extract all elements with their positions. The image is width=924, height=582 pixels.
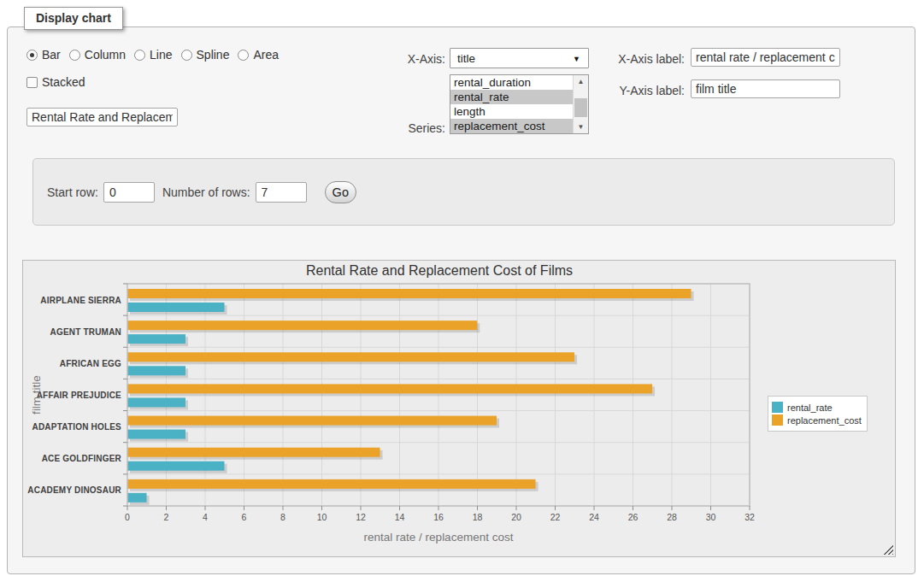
scroll-down-icon[interactable]: ▼	[574, 121, 588, 133]
legend-swatch	[772, 414, 783, 426]
chart-container: Rental Rate and Replacement Cost of Film…	[22, 260, 896, 557]
x-axis-label-input[interactable]	[691, 48, 840, 67]
radio-icon[interactable]	[134, 50, 145, 61]
legend-item-rental_rate: rental_rate	[772, 402, 862, 413]
svg-text:AGENT TRUMAN: AGENT TRUMAN	[50, 327, 121, 337]
series-label: Series:	[377, 121, 445, 135]
number-of-rows-label: Number of rows:	[162, 185, 250, 199]
svg-text:AIRPLANE SIERRA: AIRPLANE SIERRA	[40, 296, 121, 305]
y-axis-label-input[interactable]	[691, 79, 840, 98]
radio-label: Column	[85, 48, 126, 62]
svg-text:film title: film title	[30, 375, 43, 414]
row-controls-panel: Start row: Number of rows: Go	[32, 158, 895, 226]
svg-text:AFRICAN EGG: AFRICAN EGG	[60, 359, 121, 368]
legend-item-replacement_cost: replacement_cost	[772, 414, 862, 426]
legend-swatch	[772, 402, 783, 413]
radio-label: Line	[150, 48, 172, 62]
svg-text:32: 32	[744, 512, 755, 522]
chart-type-option-column[interactable]: Column	[69, 48, 126, 62]
svg-text:16: 16	[433, 512, 444, 522]
plot-area: 02468101214161820222426283032AIRPLANE SI…	[23, 261, 895, 556]
svg-text:8: 8	[280, 512, 285, 522]
svg-text:18: 18	[473, 512, 483, 522]
series-option-length[interactable]: length	[450, 104, 588, 119]
svg-text:30: 30	[706, 512, 716, 522]
chart-type-option-area[interactable]: Area	[238, 48, 279, 62]
svg-text:26: 26	[628, 512, 639, 522]
svg-text:6: 6	[242, 512, 247, 522]
display-chart-fieldset: BarColumnLineSplineArea Stacked X-Axis: …	[7, 26, 915, 574]
chart-type-option-bar[interactable]: Bar	[26, 48, 61, 62]
x-axis-label-label: X-Axis label:	[556, 52, 685, 66]
display-chart-page: Display chart BarColumnLineSplineArea St…	[0, 0, 924, 582]
tab-title: Display chart	[36, 11, 111, 25]
stacked-checkbox[interactable]	[26, 77, 38, 88]
chart-type-option-spline[interactable]: Spline	[181, 48, 230, 62]
go-button[interactable]: Go	[325, 181, 356, 203]
svg-text:22: 22	[550, 512, 561, 522]
y-axis-label-label: Y-Axis label:	[556, 84, 685, 97]
x-axis-select-value: title	[457, 52, 475, 65]
svg-text:AFFAIR PREJUDICE: AFFAIR PREJUDICE	[37, 391, 121, 400]
series-option-replacement_cost[interactable]: replacement_cost	[450, 119, 588, 133]
radio-label: Bar	[42, 48, 61, 62]
svg-text:0: 0	[125, 512, 130, 522]
svg-text:ACADEMY DINOSAUR: ACADEMY DINOSAUR	[27, 485, 121, 495]
scrollbar-thumb[interactable]	[574, 98, 587, 117]
radio-label: Area	[253, 48, 279, 62]
legend-label: replacement_cost	[787, 415, 862, 426]
svg-text:20: 20	[511, 512, 521, 522]
svg-text:24: 24	[589, 512, 599, 522]
stacked-option[interactable]: Stacked	[26, 75, 85, 89]
svg-text:ADAPTATION HOLES: ADAPTATION HOLES	[32, 422, 122, 432]
svg-text:28: 28	[667, 512, 677, 522]
svg-text:14: 14	[395, 512, 405, 522]
number-of-rows-input[interactable]	[256, 182, 307, 203]
start-row-label: Start row:	[47, 185, 98, 199]
x-axis-select-label: X-Axis:	[377, 52, 445, 66]
radio-icon[interactable]	[181, 50, 192, 61]
chart-type-option-line[interactable]: Line	[134, 48, 172, 62]
svg-text:4: 4	[203, 512, 208, 522]
stacked-label: Stacked	[42, 75, 85, 89]
svg-text:ACE GOLDFINGER: ACE GOLDFINGER	[42, 454, 122, 463]
legend-label: rental_rate	[787, 403, 833, 413]
svg-text:12: 12	[356, 512, 366, 522]
start-row-input[interactable]	[103, 182, 155, 203]
radio-icon[interactable]	[69, 50, 80, 61]
chart-type-radiogroup: BarColumnLineSplineArea	[26, 48, 287, 62]
svg-text:10: 10	[317, 512, 327, 522]
radio-icon[interactable]	[238, 50, 249, 61]
radio-icon[interactable]	[26, 50, 38, 61]
display-chart-tab[interactable]: Display chart	[24, 7, 123, 30]
radio-label: Spline	[197, 48, 230, 62]
svg-text:2: 2	[164, 512, 169, 522]
chart-title-input[interactable]	[26, 108, 178, 126]
chart-legend: rental_ratereplacement_cost	[768, 396, 868, 432]
svg-text:rental rate / replacement cost: rental rate / replacement cost	[364, 531, 514, 544]
